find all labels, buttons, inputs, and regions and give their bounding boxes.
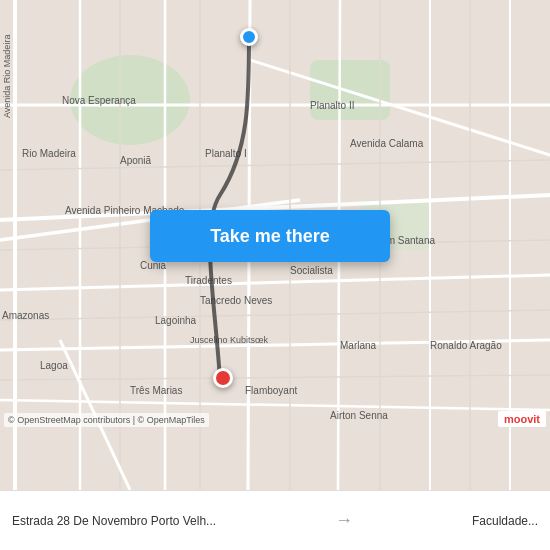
svg-line-17 bbox=[0, 160, 550, 170]
svg-line-6 bbox=[0, 275, 550, 290]
svg-rect-2 bbox=[310, 60, 390, 120]
label-flamboyant: Flamboyant bbox=[245, 385, 297, 396]
destination-marker bbox=[213, 368, 233, 388]
origin-marker bbox=[240, 28, 258, 46]
label-planalto-ii: Planalto II bbox=[310, 100, 354, 111]
label-lagoa: Lagoa bbox=[40, 360, 68, 371]
label-rio-madeira: Rio Madeira bbox=[22, 148, 76, 159]
take-me-there-button[interactable]: Take me there bbox=[150, 210, 390, 262]
label-ronaldo: Ronaldo Aragão bbox=[430, 340, 502, 351]
label-amazonas: Amazonas bbox=[2, 310, 49, 321]
map-container: Nova Esperança Rio Madeira Aponiã Planal… bbox=[0, 0, 550, 490]
map-attribution: © OpenStreetMap contributors | © OpenMap… bbox=[4, 413, 209, 427]
label-aponha: Aponiã bbox=[120, 155, 151, 166]
origin-label: Estrada 28 De Novembro Porto Velh... bbox=[12, 514, 216, 528]
arrow-icon: → bbox=[335, 510, 353, 531]
svg-line-20 bbox=[0, 375, 550, 380]
label-tancredo: Tancredo Neves bbox=[200, 295, 272, 306]
label-marlana: Marlana bbox=[340, 340, 376, 351]
label-lagoinha: Lagoinha bbox=[155, 315, 196, 326]
label-av-rio-madeira: Avenida Rio Madeira bbox=[2, 35, 12, 118]
label-nova-esperanca: Nova Esperança bbox=[62, 95, 136, 106]
label-planalto-i: Planalto I bbox=[205, 148, 247, 159]
moovit-logo: moovit bbox=[498, 411, 546, 427]
label-jk: Juscelino Kubitsœk bbox=[190, 335, 268, 345]
label-av-calama: Avenida Calama bbox=[350, 138, 423, 149]
bottom-bar: Estrada 28 De Novembro Porto Velh... → F… bbox=[0, 490, 550, 550]
destination-label: Faculdade... bbox=[472, 514, 538, 528]
label-tiradentes: Tiradentes bbox=[185, 275, 232, 286]
svg-line-19 bbox=[0, 310, 550, 320]
svg-line-8 bbox=[0, 400, 550, 410]
label-tres-marias: Três Marias bbox=[130, 385, 182, 396]
label-airton-senna: Airton Senna bbox=[330, 410, 388, 421]
label-socialista: Socialista bbox=[290, 265, 333, 276]
